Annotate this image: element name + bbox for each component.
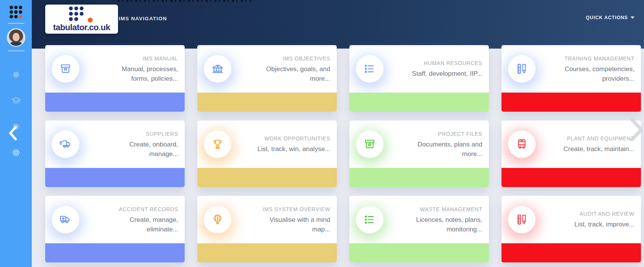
card-description: Create, manage, eliminate... xyxy=(105,215,178,234)
card-description: Documents, plans and more... xyxy=(409,140,482,159)
card-body: TRAINING MANAGEMENT Courses, competencie… xyxy=(501,45,641,93)
card-description: Manual, processes, forms, policies... xyxy=(105,64,178,83)
card-title: TRAINING MANAGEMENT xyxy=(564,55,634,62)
card-accent-bar xyxy=(197,93,337,112)
tabulator-mini-logo[interactable] xyxy=(10,6,22,18)
nav-card[interactable]: PLANT AND EQUIPMENT Create, track, maint… xyxy=(501,120,641,187)
avatar-torso xyxy=(10,41,22,46)
card-text: IMS SYSTEM OVERVIEW Visualise with a min… xyxy=(231,205,337,234)
trophy-icon xyxy=(211,138,224,151)
card-title: SUPPLIERS xyxy=(146,131,178,137)
card-title: IMS MANUAL xyxy=(143,55,178,62)
card-title: IMS SYSTEM OVERVIEW xyxy=(262,206,330,212)
sidebar-divider xyxy=(8,50,25,51)
sidebar-item-training[interactable] xyxy=(11,96,21,106)
card-accent-bar xyxy=(197,168,337,187)
sidebar-item-science[interactable] xyxy=(11,148,21,158)
card-icon-badge xyxy=(52,55,79,83)
card-text: AUDIT AND REVIEW List, track, improve... xyxy=(536,210,641,229)
card-title: PLANT AND EQUIPMENT xyxy=(567,135,634,142)
card-accent-bar xyxy=(45,243,185,262)
card-description: Create, onboard, manage... xyxy=(105,140,178,159)
card-body: WASTE MANAGEMENT Licences, notes, plans,… xyxy=(349,196,489,243)
card-accent-bar xyxy=(197,243,337,262)
nav-card[interactable]: IMS SYSTEM OVERVIEW Visualise with a min… xyxy=(197,196,337,262)
nav-card[interactable]: ACCIDENT RECORDS Create, manage, elimina… xyxy=(45,196,185,262)
carousel-next-icon[interactable] xyxy=(630,118,644,142)
card-text: IMS OBJECTIVES Objectives, goals, and mo… xyxy=(231,55,337,83)
archive-icon xyxy=(363,138,376,151)
card-text: HUMAN RESOURCES Staff, development, IIP.… xyxy=(383,59,489,78)
user-avatar[interactable] xyxy=(8,29,25,46)
nav-card[interactable]: TRAINING MANAGEMENT Courses, competencie… xyxy=(501,45,641,112)
nav-card[interactable]: PROJECT FILES Documents, plans and more.… xyxy=(349,120,489,187)
card-description: Licences, notes, plans, monitoring... xyxy=(409,215,482,234)
card-text: SUPPLIERS Create, onboard, manage... xyxy=(79,130,185,159)
card-icon-badge xyxy=(508,130,536,158)
card-title: WASTE MANAGEMENT xyxy=(420,206,482,212)
card-description: List, track, improve... xyxy=(574,220,634,229)
gear-icon xyxy=(11,70,21,80)
ambulance-icon xyxy=(59,213,72,226)
balloon-icon xyxy=(211,213,224,226)
logo-dot xyxy=(19,6,22,9)
graduation-cap-icon xyxy=(11,96,21,106)
brand-logo-dots xyxy=(69,7,84,21)
card-title: IMS OBJECTIVES xyxy=(283,55,330,62)
nav-card[interactable]: WASTE MANAGEMENT Licences, notes, plans,… xyxy=(349,196,489,262)
nav-card[interactable]: WORK OPPORTUNITIES List, track, win, ana… xyxy=(197,120,337,187)
card-grid: IMS MANUAL Manual, processes, forms, pol… xyxy=(45,45,641,262)
card-description: Courses, competencies, providers... xyxy=(561,64,634,83)
atom-icon xyxy=(11,148,21,158)
card-title: ACCIDENT RECORDS xyxy=(119,206,178,212)
header: tabulator.co.uk IMS NAVIGATION QUICK ACT… xyxy=(32,0,644,49)
card-body: IMS MANUAL Manual, processes, forms, pol… xyxy=(45,45,185,93)
nav-card[interactable]: HUMAN RESOURCES Staff, development, IIP.… xyxy=(349,45,489,112)
top-ticks-decoration xyxy=(118,0,251,2)
logo-dot-orange xyxy=(19,15,22,18)
card-text: WASTE MANAGEMENT Licences, notes, plans,… xyxy=(383,205,489,234)
quick-actions-label: QUICK ACTIONS xyxy=(586,15,628,20)
card-accent-bar xyxy=(349,168,489,187)
card-icon-badge xyxy=(356,206,383,233)
brand-name: tabulator.co.uk xyxy=(45,23,118,33)
card-accent-bar xyxy=(45,168,185,187)
caret-down-icon xyxy=(631,16,634,19)
bus-icon xyxy=(515,138,528,151)
nav-card[interactable]: AUDIT AND REVIEW List, track, improve... xyxy=(501,196,641,262)
sidebar-nav xyxy=(11,70,21,158)
app-root: tabulator.co.uk IMS NAVIGATION QUICK ACT… xyxy=(0,0,644,267)
logo-dot xyxy=(10,10,13,14)
card-text: PLANT AND EQUIPMENT Create, track, maint… xyxy=(536,135,641,154)
card-text: WORK OPPORTUNITIES List, track, win, ana… xyxy=(231,135,337,154)
card-text: TRAINING MANAGEMENT Courses, competencie… xyxy=(536,55,641,83)
shipping-truck-icon xyxy=(59,138,72,151)
logo-dot xyxy=(10,6,13,9)
card-accent-bar xyxy=(349,93,489,112)
nav-card[interactable]: IMS MANUAL Manual, processes, forms, pol… xyxy=(45,45,185,112)
nav-card[interactable]: IMS OBJECTIVES Objectives, goals, and mo… xyxy=(197,45,337,112)
card-accent-bar xyxy=(349,243,489,262)
logo-dot xyxy=(19,10,22,14)
card-description: Visualise with a mind map... xyxy=(257,215,330,234)
card-description: Create, track, maintain... xyxy=(564,144,634,154)
sidebar-divider xyxy=(8,23,25,24)
card-body: SUPPLIERS Create, onboard, manage... xyxy=(45,120,185,168)
brand-logo[interactable]: tabulator.co.uk xyxy=(45,5,118,34)
nav-card[interactable]: SUPPLIERS Create, onboard, manage... xyxy=(45,120,185,187)
card-body: PROJECT FILES Documents, plans and more.… xyxy=(349,120,489,168)
card-icon-badge xyxy=(52,130,79,158)
archive-icon xyxy=(59,62,72,75)
quick-actions-button[interactable]: QUICK ACTIONS xyxy=(586,15,634,20)
card-accent-bar xyxy=(501,93,641,112)
card-description: List, track, win, analyse... xyxy=(257,144,330,154)
card-text: ACCIDENT RECORDS Create, manage, elimina… xyxy=(79,205,185,234)
card-icon-badge xyxy=(204,130,231,158)
logo-dot xyxy=(14,6,18,9)
sidebar-item-settings[interactable] xyxy=(11,70,21,80)
bank-icon xyxy=(211,62,224,75)
card-body: PLANT AND EQUIPMENT Create, track, maint… xyxy=(501,120,641,168)
logo-dot xyxy=(10,15,13,18)
card-text: IMS MANUAL Manual, processes, forms, pol… xyxy=(79,55,185,83)
carousel-prev-icon[interactable] xyxy=(9,126,17,140)
